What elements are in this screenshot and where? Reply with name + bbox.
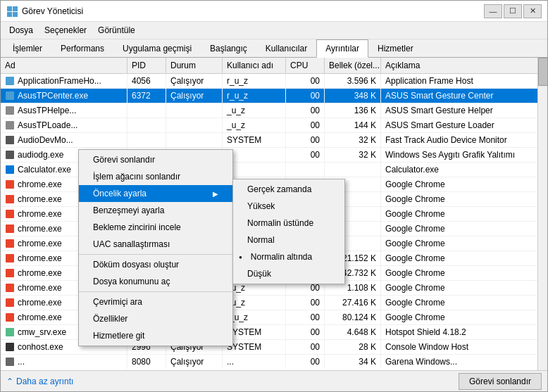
process-desc: Google Chrome xyxy=(381,266,547,280)
process-icon xyxy=(5,135,15,145)
ctx-uac-sanallastirmasi[interactable]: UAC sanallaştırması xyxy=(79,236,232,253)
minimize-button[interactable]: — xyxy=(484,4,502,18)
tab-kullanicilar[interactable]: Kullanıcılar xyxy=(256,39,316,58)
tab-hizmetler[interactable]: Hizmetler xyxy=(368,39,423,58)
process-desc: Google Chrome xyxy=(381,207,547,221)
tab-islemler[interactable]: İşlemler xyxy=(4,39,51,58)
process-name: AsusTPHelpe... xyxy=(1,103,127,118)
process-status: Çalışıyor xyxy=(166,355,223,369)
ctx-gorevi-sonlandir[interactable]: Görevi sonlandır xyxy=(79,151,232,168)
maximize-button[interactable]: ☐ xyxy=(504,4,522,18)
col-status[interactable]: Durum xyxy=(166,58,223,73)
task-manager-window: Görev Yöneticisi — ☐ ✕ Dosya Seçenekler … xyxy=(0,0,548,392)
process-cpu: 00 xyxy=(286,310,325,324)
tab-performans[interactable]: Performans xyxy=(51,39,113,58)
process-icon xyxy=(5,224,15,234)
process-memory: 32 K xyxy=(325,133,381,147)
tab-ayrintilar[interactable]: Ayrıntılar xyxy=(316,39,368,58)
process-memory: 32 K xyxy=(325,148,381,162)
process-pid: 4056 xyxy=(127,74,166,88)
sub-yuksek[interactable]: Yüksek xyxy=(233,198,344,215)
menu-dosya[interactable]: Dosya xyxy=(4,23,39,37)
svg-rect-21 xyxy=(6,328,14,336)
menu-secenekler[interactable]: Seçenekler xyxy=(39,23,92,37)
table-row[interactable]: ApplicationFrameHo... 4056 Çalışıyor r_u… xyxy=(1,74,547,89)
process-pid xyxy=(127,133,166,147)
process-status xyxy=(166,118,223,132)
scrollbar[interactable] xyxy=(537,58,547,370)
less-detail-link[interactable]: ⌃ Daha az ayrıntı xyxy=(6,377,73,386)
process-user: _u_z xyxy=(223,118,286,132)
table-row[interactable]: AsusTPCenter.exe 6372 Çalışıyor r_u_z 00… xyxy=(1,89,547,103)
process-user: ... xyxy=(223,355,286,369)
svg-rect-10 xyxy=(6,165,14,174)
col-desc[interactable]: Açıklama xyxy=(381,58,547,73)
process-icon xyxy=(5,165,15,175)
process-cpu: 00 xyxy=(286,118,325,132)
submenu-arrow: ▶ xyxy=(213,190,218,198)
process-name: AudioDevMo... xyxy=(1,133,127,147)
ctx-oncelik-ayarla[interactable]: Öncelik ayarla ▶ xyxy=(79,185,232,202)
process-memory: 28 K xyxy=(325,340,381,354)
svg-rect-12 xyxy=(6,195,14,203)
sub-dusuk[interactable]: Düşük xyxy=(233,265,344,282)
process-memory: 80.124 K xyxy=(325,310,381,324)
ctx-cevrimici-ara[interactable]: Çevrimiçi ara xyxy=(79,293,232,310)
chevron-up-icon: ⌃ xyxy=(6,377,13,386)
process-cpu: 00 xyxy=(286,355,325,369)
process-status xyxy=(166,133,223,147)
process-pid: 6372 xyxy=(127,89,166,103)
close-button[interactable]: ✕ xyxy=(523,4,542,18)
svg-rect-19 xyxy=(6,298,14,307)
scrollbar-thumb[interactable] xyxy=(538,58,547,86)
end-task-button[interactable]: Görevi sonlandır xyxy=(459,373,542,390)
col-user[interactable]: Kullanıcı adı xyxy=(223,58,286,73)
sub-gercek-zamaninda[interactable]: Gerçek zamanda xyxy=(233,181,344,198)
col-pid[interactable]: PID xyxy=(127,58,166,73)
menu-goruntule[interactable]: Görüntüle xyxy=(92,23,141,37)
table-row[interactable]: AsusTPHelpe... _u_z 00 136 K ASUS Smart … xyxy=(1,103,547,118)
process-memory: 144 K xyxy=(325,118,381,132)
col-memory[interactable]: Bellek (özel... xyxy=(325,58,381,73)
table-row[interactable]: ... 8080 Çalışıyor ... 00 34 K Garena Wi… xyxy=(1,355,547,369)
tab-baslangic[interactable]: Başlangıç xyxy=(201,39,256,58)
svg-rect-20 xyxy=(6,313,14,322)
status-bar: ⌃ Daha az ayrıntı Görevi sonlandır xyxy=(1,370,547,391)
process-icon xyxy=(5,209,15,219)
svg-rect-2 xyxy=(7,12,12,17)
process-icon xyxy=(5,179,15,189)
ctx-dokum-dosyasi[interactable]: Döküm dosyası oluştur xyxy=(79,256,232,273)
table-row[interactable]: AsusTPLoade... _u_z 00 144 K ASUS Smart … xyxy=(1,118,547,133)
app-icon xyxy=(6,6,18,17)
process-icon xyxy=(5,150,15,160)
svg-rect-18 xyxy=(6,284,14,292)
ctx-dosya-konumu[interactable]: Dosya konumunu aç xyxy=(79,273,232,290)
sub-normal[interactable]: Normal xyxy=(233,232,344,248)
process-status xyxy=(166,103,223,118)
process-user: SYSTEM xyxy=(223,133,286,147)
svg-rect-3 xyxy=(13,12,18,17)
ctx-separator-2 xyxy=(79,291,232,292)
window-controls: — ☐ ✕ xyxy=(484,4,542,18)
col-name[interactable]: Ad xyxy=(1,58,127,73)
process-icon xyxy=(5,327,15,337)
ctx-ozellikler[interactable]: Özellikler xyxy=(79,310,232,327)
process-desc: Google Chrome xyxy=(381,177,547,191)
ctx-benzesmeyi-ayarla[interactable]: Benzeşmeyi ayarla xyxy=(79,202,232,219)
ctx-bekleme-zinciri[interactable]: Bekleme zincirini incele xyxy=(79,219,232,236)
tab-uygulama-gecmisi[interactable]: Uygulama geçmişi xyxy=(113,39,201,58)
table-row[interactable]: AudioDevMo... SYSTEM 00 32 K Fast Track … xyxy=(1,133,547,148)
process-cpu: 00 xyxy=(286,340,325,354)
svg-rect-4 xyxy=(6,77,14,85)
ctx-hizmetlere-git[interactable]: Hizmetlere git xyxy=(79,327,232,344)
ctx-islem-agaci-sonlandir[interactable]: İşlem ağacını sonlandır xyxy=(79,168,232,185)
process-desc: Garena Windows... xyxy=(381,355,547,369)
svg-rect-9 xyxy=(6,151,14,159)
sub-normalin-altinda[interactable]: Normalin altında xyxy=(233,248,344,265)
col-cpu[interactable]: CPU xyxy=(286,58,325,73)
process-cpu: 00 xyxy=(286,103,325,118)
process-desc: Google Chrome xyxy=(381,251,547,265)
svg-rect-7 xyxy=(6,121,14,129)
process-status: Çalışıyor xyxy=(166,89,223,103)
sub-normalin-ustunde[interactable]: Normalin üstünde xyxy=(233,215,344,232)
